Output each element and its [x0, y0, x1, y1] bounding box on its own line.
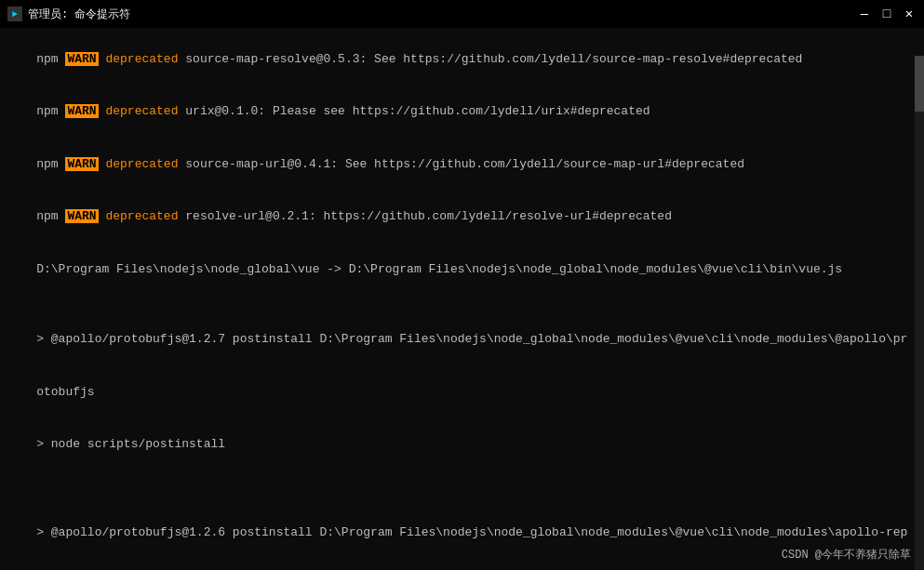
maximize-button[interactable]: □ [879, 7, 894, 20]
warn-tag-4: WARN [65, 209, 98, 223]
minimize-button[interactable]: — [857, 7, 872, 20]
warn-tag-1: WARN [65, 52, 98, 66]
log-line-path: D:\Program Files\nodejs\node_global\vue … [7, 244, 917, 297]
log-line-2: npm WARN deprecated urix@0.1.0: Please s… [7, 86, 917, 139]
blank-3 [7, 489, 917, 507]
scrollbar[interactable] [915, 56, 924, 570]
blank-2 [7, 471, 917, 489]
postinstall1-line2: otobufjs [7, 366, 917, 419]
scrollbar-thumb[interactable] [915, 56, 924, 112]
postinstall1-cmd: > node scripts/postinstall [7, 419, 917, 472]
postinstall1-line1: > @apollo/protobufjs@1.2.7 postinstall D… [7, 314, 917, 367]
blank-1 [7, 297, 917, 314]
warn-tag-2: WARN [65, 104, 98, 118]
watermark: CSDN @今年不养猪只除草 [782, 547, 911, 563]
title-bar-left: ► 管理员: 命令提示符 [7, 7, 130, 22]
close-button[interactable]: ✕ [902, 7, 917, 20]
log-line-3: npm WARN deprecated source-map-url@0.4.1… [7, 139, 917, 192]
log-line-1: npm WARN deprecated source-map-resolve@0… [7, 33, 917, 86]
window-controls: — □ ✕ [857, 7, 917, 20]
warn-tag-3: WARN [65, 157, 98, 171]
postinstall2-line2: orting-protobuf\node_modules\@apollo\pro… [7, 559, 917, 570]
terminal-icon: ► [7, 7, 22, 21]
terminal-area: npm WARN deprecated source-map-resolve@0… [0, 28, 924, 570]
log-line-4: npm WARN deprecated resolve-url@0.2.1: h… [7, 192, 917, 245]
postinstall2-line1: > @apollo/protobufjs@1.2.6 postinstall D… [7, 507, 917, 560]
window-title: 管理员: 命令提示符 [28, 7, 130, 22]
title-bar: ► 管理员: 命令提示符 — □ ✕ [0, 0, 924, 28]
